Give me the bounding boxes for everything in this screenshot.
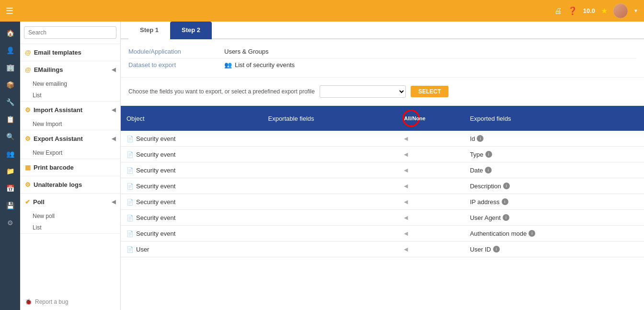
print-icon[interactable]: 🖨 bbox=[554, 7, 562, 15]
info-icon-6[interactable]: i bbox=[529, 230, 535, 237]
info-icon-1[interactable]: i bbox=[485, 151, 492, 158]
nav-save[interactable]: 💾 bbox=[1, 198, 19, 213]
sidebar-item-print-barcode[interactable]: ▦ Print barcode bbox=[20, 159, 120, 176]
sidebar-item-new-poll[interactable]: New poll bbox=[20, 210, 120, 222]
cell-object-0: 📄Security event bbox=[121, 131, 262, 147]
bug-icon: 🐞 bbox=[25, 299, 32, 305]
transfer-arrow-icon[interactable]: ◄ bbox=[402, 198, 409, 206]
info-icon-0[interactable]: i bbox=[477, 135, 483, 142]
table-row: 📄User ◄ User ID i bbox=[121, 241, 644, 257]
table-row: 📄Security event ◄ IP address i bbox=[121, 194, 644, 210]
sidebar-item-new-export[interactable]: New Export bbox=[20, 147, 120, 159]
help-icon[interactable]: ❓ bbox=[568, 6, 577, 15]
sidebar-item-export-assistant[interactable]: ⚙ Export Assistant ◀ bbox=[20, 130, 120, 147]
table-row: 📄Security event ◄ Authentication mode i bbox=[121, 226, 644, 241]
score-value: 10.0 bbox=[583, 7, 595, 14]
cell-object-2: 📄Security event bbox=[121, 162, 262, 178]
all-none-circle[interactable]: All/None bbox=[402, 110, 420, 127]
export-table: Object Exportable fields All/None Export… bbox=[121, 106, 644, 257]
search-input[interactable] bbox=[24, 26, 116, 39]
sidebar-item-emailings[interactable]: @ EMailings ◀ bbox=[20, 61, 120, 78]
nav-people[interactable]: 👥 bbox=[1, 146, 19, 161]
nav-building[interactable]: 🏢 bbox=[1, 60, 19, 75]
col-all-none[interactable]: All/None bbox=[397, 106, 464, 131]
cell-object-5: 📄Security event bbox=[121, 210, 262, 226]
cell-arrow-0[interactable]: ◄ bbox=[397, 131, 464, 147]
col-exportable-fields: Exportable fields bbox=[262, 106, 397, 131]
sidebar-section-emailings: @ EMailings ◀ New emailing List bbox=[20, 61, 120, 102]
tab-step2[interactable]: Step 2 bbox=[170, 22, 212, 39]
cell-arrow-2[interactable]: ◄ bbox=[397, 162, 464, 178]
field-name-6: Authentication mode i bbox=[470, 230, 638, 237]
transfer-arrow-icon[interactable]: ◄ bbox=[402, 245, 409, 253]
nav-settings[interactable]: ⚙ bbox=[1, 215, 19, 230]
field-name-5: User Agent i bbox=[470, 214, 638, 221]
field-name-0: Id i bbox=[470, 135, 638, 142]
sidebar-item-list-poll[interactable]: List bbox=[20, 222, 120, 233]
transfer-arrow-icon[interactable]: ◄ bbox=[402, 182, 409, 190]
transfer-arrow-icon[interactable]: ◄ bbox=[402, 135, 409, 142]
sidebar-item-email-templates[interactable]: @ Email templates bbox=[20, 44, 120, 61]
info-icon-5[interactable]: i bbox=[503, 214, 509, 221]
nav-user[interactable]: 👤 bbox=[1, 43, 19, 58]
unalterable-logs-label: Unalterable logs bbox=[34, 181, 82, 188]
cell-exportable-3 bbox=[262, 178, 397, 194]
select-button[interactable]: SELECT bbox=[411, 86, 448, 97]
cell-exported-2: Date i bbox=[464, 162, 644, 178]
content-area: Step 1 Step 2 Module/Application Users &… bbox=[121, 22, 644, 310]
cell-arrow-1[interactable]: ◄ bbox=[397, 147, 464, 162]
info-icon-3[interactable]: i bbox=[503, 183, 510, 189]
info-section: Module/Application Users & Groups Datase… bbox=[121, 39, 644, 78]
nav-folder[interactable]: 📁 bbox=[1, 163, 19, 179]
transfer-arrow-icon[interactable]: ◄ bbox=[402, 166, 409, 174]
nav-box[interactable]: 📦 bbox=[1, 77, 19, 92]
sidebar-item-poll[interactable]: ✔ Poll ◀ bbox=[20, 194, 120, 210]
info-icon-4[interactable]: i bbox=[502, 198, 508, 205]
nav-calendar[interactable]: 📅 bbox=[1, 181, 19, 196]
nav-clipboard[interactable]: 📋 bbox=[1, 112, 19, 127]
import-assistant-label: Import Assistant bbox=[34, 106, 82, 114]
sidebar-section-import: ⚙ Import Assistant ◀ New Import bbox=[20, 102, 120, 130]
export-assistant-label: Export Assistant bbox=[34, 135, 83, 142]
report-bug[interactable]: 🐞 Report a bug bbox=[20, 294, 120, 310]
topbar-right: 🖨 ❓ 10.0 ★ ▼ bbox=[554, 4, 638, 18]
transfer-arrow-icon[interactable]: ◄ bbox=[402, 230, 409, 237]
sidebar-item-unalterable-logs[interactable]: ⚙ Unalterable logs bbox=[20, 176, 120, 193]
table-header-row: Object Exportable fields All/None Export… bbox=[121, 106, 644, 131]
sidebar-item-import-assistant[interactable]: ⚙ Import Assistant ◀ bbox=[20, 102, 120, 118]
table-row: 📄Security event ◄ User Agent i bbox=[121, 210, 644, 226]
transfer-arrow-icon[interactable]: ◄ bbox=[402, 214, 409, 221]
info-icon-2[interactable]: i bbox=[485, 167, 492, 173]
field-name-4: IP address i bbox=[470, 198, 638, 206]
export-arrow-icon: ◀ bbox=[112, 136, 115, 142]
field-name-3: Description i bbox=[470, 183, 638, 190]
avatar[interactable] bbox=[613, 4, 628, 18]
nav-search[interactable]: 🔍 bbox=[1, 129, 19, 144]
poll-check-icon: ✔ bbox=[25, 198, 30, 206]
cell-arrow-7[interactable]: ◄ bbox=[397, 241, 464, 257]
cell-arrow-3[interactable]: ◄ bbox=[397, 178, 464, 194]
sidebar-section-barcode: ▦ Print barcode bbox=[20, 159, 120, 176]
transfer-arrow-icon[interactable]: ◄ bbox=[402, 150, 409, 158]
hamburger-icon[interactable]: ☰ bbox=[6, 6, 13, 16]
logs-gear-icon: ⚙ bbox=[25, 181, 31, 188]
cell-object-1: 📄Security event bbox=[121, 147, 262, 162]
cell-arrow-4[interactable]: ◄ bbox=[397, 194, 464, 210]
dataset-row: Dataset to export 👥 List of security eve… bbox=[128, 58, 636, 71]
sidebar-item-new-import[interactable]: New Import bbox=[20, 118, 120, 130]
star-icon[interactable]: ★ bbox=[601, 6, 608, 15]
nav-tools[interactable]: 🔧 bbox=[1, 94, 19, 110]
sidebar-item-new-emailing[interactable]: New emailing bbox=[20, 78, 120, 90]
cell-arrow-5[interactable]: ◄ bbox=[397, 210, 464, 226]
nav-home[interactable]: 🏠 bbox=[1, 25, 19, 41]
cell-arrow-6[interactable]: ◄ bbox=[397, 226, 464, 241]
sidebar-item-list-emailings[interactable]: List bbox=[20, 90, 120, 101]
avatar-dropdown-icon[interactable]: ▼ bbox=[633, 8, 638, 13]
profile-dropdown[interactable] bbox=[320, 85, 406, 98]
info-icon-7[interactable]: i bbox=[493, 246, 500, 253]
doc-icon: 📄 bbox=[126, 136, 134, 142]
cell-exported-6: Authentication mode i bbox=[464, 226, 644, 241]
cell-exportable-5 bbox=[262, 210, 397, 226]
doc-icon: 📄 bbox=[126, 183, 134, 190]
tab-step1[interactable]: Step 1 bbox=[128, 22, 170, 39]
